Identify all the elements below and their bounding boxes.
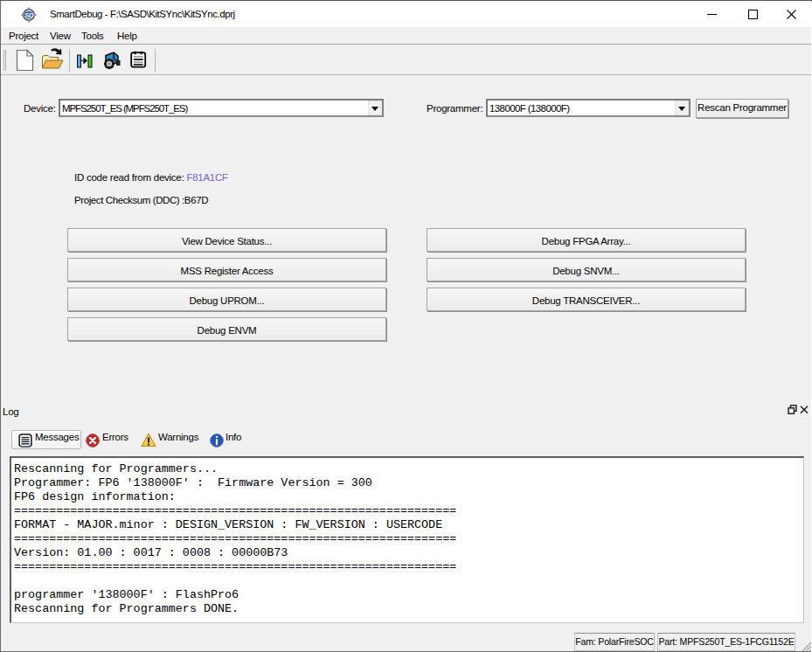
svg-text:SD: SD	[24, 11, 34, 19]
